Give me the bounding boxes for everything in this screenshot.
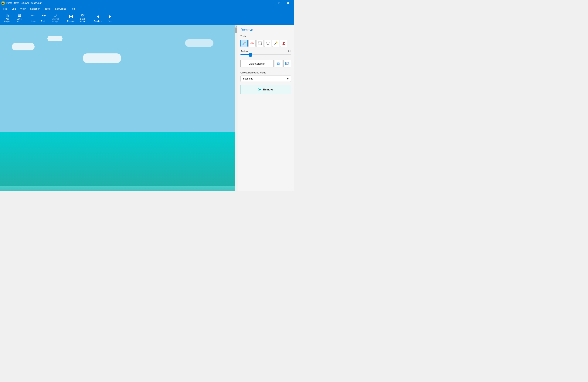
invert-selection-icon bbox=[285, 62, 289, 65]
previous-icon bbox=[95, 14, 101, 19]
panel-title: Remove bbox=[240, 28, 291, 32]
radius-slider-container[interactable] bbox=[240, 54, 291, 55]
select-all-button[interactable] bbox=[275, 60, 282, 67]
add-files-icon bbox=[5, 13, 10, 17]
menu-softorbits[interactable]: SoftOrbits bbox=[53, 7, 68, 11]
toolbar-separator-3 bbox=[90, 13, 90, 23]
svg-rect-27 bbox=[283, 42, 285, 43]
radius-label: Radius bbox=[240, 50, 248, 53]
batch-mode-label: BatchMode bbox=[80, 18, 85, 23]
app-icon: 📷 bbox=[1, 1, 4, 4]
menu-edit[interactable]: Edit bbox=[9, 7, 18, 11]
svg-point-24 bbox=[276, 41, 276, 42]
menu-bar: File Edit View Selection Tools SoftOrbit… bbox=[0, 6, 294, 11]
brush-icon bbox=[242, 41, 246, 45]
svg-rect-20 bbox=[258, 42, 261, 45]
brush-tool-button[interactable] bbox=[240, 40, 248, 47]
batch-mode-button[interactable]: BatchMode bbox=[78, 12, 88, 24]
cloud-2 bbox=[47, 36, 63, 41]
tools-label: Tools bbox=[240, 35, 291, 38]
minimize-button[interactable]: ─ bbox=[266, 0, 275, 6]
menu-view[interactable]: View bbox=[18, 7, 28, 11]
remove-toolbar-icon bbox=[68, 14, 74, 19]
svg-marker-21 bbox=[276, 42, 277, 43]
cloud-1 bbox=[12, 43, 35, 50]
eraser-icon bbox=[250, 41, 254, 45]
svg-marker-16 bbox=[109, 15, 111, 18]
svg-point-23 bbox=[277, 43, 277, 43]
maximize-button[interactable]: □ bbox=[275, 0, 284, 6]
scroll-thumb[interactable] bbox=[235, 28, 237, 33]
toolbar: AddFile(s)... Saveas... Undo Redo Origin… bbox=[0, 11, 294, 25]
undo-button[interactable]: Undo bbox=[28, 12, 38, 24]
close-button[interactable]: ✕ bbox=[284, 0, 293, 6]
mode-label: Object Removing Mode bbox=[240, 71, 291, 74]
eraser-tool-button[interactable] bbox=[248, 40, 255, 47]
undo-icon bbox=[30, 14, 36, 19]
title-bar: 📷 Photo Stamp Remover - beach.jpg* ─ □ ✕ bbox=[0, 0, 294, 6]
original-image-label: OriginalImage bbox=[52, 18, 59, 23]
svg-rect-31 bbox=[286, 63, 288, 64]
lasso-icon bbox=[266, 41, 270, 45]
rect-select-tool-button[interactable] bbox=[256, 40, 264, 47]
title-bar-left: 📷 Photo Stamp Remover - beach.jpg* bbox=[1, 1, 42, 4]
canvas-area[interactable]: ▲ ▼ bbox=[0, 25, 237, 191]
svg-rect-12 bbox=[82, 14, 83, 16]
remove-toolbar-label: Remove bbox=[67, 20, 75, 22]
stamp-icon bbox=[282, 41, 286, 45]
remove-btn-label: Remove bbox=[263, 88, 273, 91]
window-title: Photo Stamp Remover - beach.jpg* bbox=[6, 2, 42, 4]
select-all-icon bbox=[276, 62, 280, 65]
magic-wand-tool-button[interactable] bbox=[272, 40, 279, 47]
add-files-label: AddFile(s)... bbox=[4, 18, 11, 23]
scroll-track bbox=[235, 28, 237, 191]
side-panel: Remove Tools bbox=[237, 25, 294, 191]
menu-file[interactable]: File bbox=[1, 7, 9, 11]
save-as-button[interactable]: Saveas... bbox=[14, 12, 24, 24]
svg-rect-25 bbox=[283, 44, 285, 45]
rect-select-icon bbox=[258, 41, 262, 45]
main-area: ▲ ▼ Remove Tools bbox=[0, 25, 294, 191]
menu-selection[interactable]: Selection bbox=[28, 7, 42, 11]
previous-label: Previous bbox=[94, 20, 102, 22]
save-as-icon bbox=[17, 13, 22, 17]
lasso-tool-button[interactable] bbox=[264, 40, 272, 47]
svg-rect-8 bbox=[18, 15, 20, 16]
svg-marker-15 bbox=[97, 15, 99, 18]
clear-selection-button[interactable]: Clear Selection bbox=[240, 60, 273, 67]
redo-label: Redo bbox=[41, 20, 46, 22]
add-files-button[interactable]: AddFile(s)... bbox=[1, 12, 14, 24]
original-image-button[interactable]: OriginalImage bbox=[49, 12, 61, 24]
undo-label: Undo bbox=[31, 20, 36, 22]
clear-selection-row: Clear Selection bbox=[240, 60, 291, 67]
redo-icon bbox=[41, 14, 46, 19]
svg-rect-29 bbox=[277, 63, 279, 65]
radius-row: Radius 81 bbox=[240, 50, 291, 53]
remove-panel-button[interactable]: ➤ Remove bbox=[240, 85, 291, 94]
scroll-up-button[interactable]: ▲ bbox=[235, 25, 237, 28]
remove-arrow-icon: ➤ bbox=[258, 87, 261, 92]
beach-image bbox=[0, 25, 237, 191]
stamp-tool-button[interactable] bbox=[280, 40, 287, 47]
cloud-3 bbox=[83, 53, 121, 63]
redo-button[interactable]: Redo bbox=[39, 12, 48, 24]
next-icon bbox=[107, 14, 113, 19]
svg-rect-14 bbox=[83, 14, 84, 16]
mode-select[interactable]: Inpainting Smart Fill Clone Stamp bbox=[240, 76, 291, 82]
vertical-scrollbar[interactable]: ▲ ▼ bbox=[235, 25, 237, 191]
next-button[interactable]: Next bbox=[105, 12, 115, 24]
radius-slider-fill bbox=[240, 54, 251, 55]
radius-slider-track[interactable] bbox=[240, 54, 291, 55]
remove-toolbar-button[interactable]: Remove bbox=[65, 12, 77, 24]
radius-value: 81 bbox=[288, 50, 291, 53]
next-label: Next bbox=[108, 20, 112, 22]
menu-help[interactable]: Help bbox=[68, 7, 78, 11]
previous-button[interactable]: Previous bbox=[92, 12, 105, 24]
invert-selection-button[interactable] bbox=[283, 60, 291, 67]
batch-mode-icon bbox=[80, 13, 85, 17]
menu-tools[interactable]: Tools bbox=[42, 7, 53, 11]
tools-row bbox=[240, 40, 291, 47]
save-as-label: Saveas... bbox=[17, 18, 21, 23]
svg-point-22 bbox=[275, 42, 276, 42]
radius-slider-thumb[interactable] bbox=[249, 53, 252, 57]
